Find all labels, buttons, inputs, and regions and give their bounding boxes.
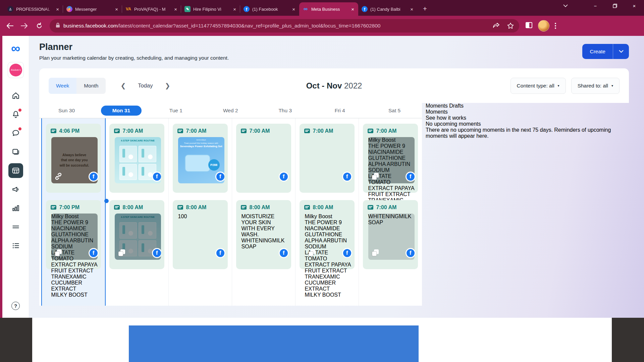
calendar-grid: 4:06 PM Always believe that one day you … [39, 118, 422, 306]
browser-profile-avatar[interactable] [538, 20, 549, 32]
post-thumbnail: f [241, 137, 288, 183]
sidebar-item-ads[interactable] [8, 182, 23, 197]
create-button[interactable]: Create [582, 44, 613, 59]
content-type-filter[interactable]: Content type: all▾ [511, 78, 566, 94]
tab-search-icon[interactable] [559, 0, 572, 11]
business-avatar[interactable]: Xialom's [8, 62, 24, 78]
home-icon [11, 91, 20, 100]
sidebar-item-insights[interactable] [8, 201, 23, 216]
post-card[interactable]: 7:00 AM sevendays Treat yourself this ho… [173, 124, 228, 193]
post-time: 7:00 AM [313, 128, 333, 134]
post-thumbnail: Milky Boost THE POWER 9 NIACINAMIDE GLUT… [368, 137, 415, 183]
post-card[interactable]: 7:00 AM f [300, 124, 355, 193]
url-bar[interactable]: business.facebook.com/latest/content_cal… [50, 19, 519, 33]
share-icon[interactable] [491, 20, 502, 31]
column-fri-4: 7:00 AM f [296, 118, 359, 306]
browser-toolbar: business.facebook.com/latest/content_cal… [0, 16, 644, 36]
empty-title: No upcoming moments [426, 121, 629, 127]
post-card[interactable]: 7:00 AM Milky Boost THE POWER 9 NIACINAM… [363, 124, 418, 193]
sidebar-item-content[interactable] [8, 144, 23, 159]
facebook-badge-icon: f [89, 248, 99, 258]
facebook-badge-icon: f [215, 248, 225, 258]
sidebar-item-inbox[interactable] [8, 126, 23, 140]
browser-menu-icon[interactable] [555, 23, 556, 29]
sidebar-item-help[interactable]: ? [8, 298, 23, 313]
browser-tab-candy[interactable]: f (1) Candy Balbi × [358, 2, 417, 16]
sidebar-item-planner[interactable] [8, 163, 23, 178]
forward-icon[interactable] [20, 21, 29, 30]
tab-close-icon[interactable]: × [114, 6, 119, 12]
browser-tab-messenger[interactable]: ⚡ Messenger × [63, 2, 122, 16]
post-type-icon [177, 204, 183, 210]
prev-week-icon[interactable]: ❮ [117, 82, 129, 89]
moments-empty-state: No upcoming moments There are no upcomin… [426, 121, 629, 139]
tab-close-icon[interactable]: × [291, 6, 296, 12]
browser-tab-strip: ♙ PROFESSIONAL × ⚡ Messenger × VA ProVA(… [0, 0, 644, 16]
tab-close-icon[interactable]: × [232, 6, 237, 12]
prova-icon: VA [125, 6, 131, 12]
browser-tab-hire-filipino[interactable]: ✎ Hire Filipino Vi × [181, 2, 240, 16]
sidebar-item-notifications[interactable] [8, 107, 23, 122]
post-card[interactable]: 8:00 AM 100 f [173, 200, 228, 269]
column-tue-1: 7:00 AM 4-STEP SKINCARE ROUTINE f [105, 118, 169, 306]
month-toggle[interactable]: Month [76, 78, 106, 94]
tab-drafts[interactable]: Drafts [449, 103, 464, 109]
facebook-badge-icon: f [152, 172, 161, 182]
day-header-tue: Tue 1 [149, 108, 203, 114]
post-card[interactable]: 8:00 AM 4-STEP SKINCARE ROUTINE f [109, 200, 164, 269]
chevron-down-icon [619, 50, 624, 53]
day-header-thu: Thu 3 [258, 108, 313, 114]
reload-icon[interactable] [35, 21, 44, 30]
post-time: 8:00 AM [186, 204, 207, 210]
new-tab-button[interactable]: + [420, 4, 430, 14]
sidebar-item-all-tools[interactable] [8, 220, 23, 234]
tab-close-icon[interactable]: × [351, 6, 355, 12]
post-type-icon [240, 204, 247, 210]
minimize-button[interactable]: − [586, 0, 605, 11]
post-card[interactable]: 8:00 AM MOISTURIZE YOUR SKIN WITH EVERY … [236, 200, 291, 269]
post-type-icon [304, 204, 310, 210]
restore-button[interactable] [605, 0, 625, 11]
tab-moments[interactable]: Moments [426, 103, 448, 109]
tab-close-icon[interactable]: × [173, 6, 178, 12]
meta-logo[interactable]: ∞ [11, 43, 20, 53]
browser-tab-professional[interactable]: ♙ PROFESSIONAL × [4, 2, 63, 16]
empty-body: There are no upcoming moments in the nex… [426, 127, 629, 139]
sidebar-item-tasks[interactable] [8, 238, 23, 253]
post-card[interactable]: 4:06 PM Always believe that one day you … [46, 124, 101, 193]
post-time: 8:00 AM [313, 204, 333, 210]
today-button[interactable]: Today [129, 82, 161, 89]
browser-tab-meta-business[interactable]: ∞ Meta Business × [299, 2, 358, 16]
post-card[interactable]: 7:00 AM f [236, 124, 291, 193]
post-type-icon [304, 128, 310, 134]
post-time: 7:00 AM [376, 204, 397, 210]
see-how-it-works-badge[interactable]: See how it works [426, 115, 466, 121]
close-button[interactable]: × [625, 0, 644, 11]
post-thumbnail: Always believe that one day you will be … [51, 137, 98, 183]
create-dropdown-button[interactable] [613, 44, 629, 59]
next-week-icon[interactable]: ❯ [161, 82, 173, 89]
post-type-icon [114, 128, 120, 134]
facebook-badge-icon: f [279, 172, 289, 182]
sidebar-item-home[interactable] [8, 88, 23, 103]
shared-to-filter[interactable]: Shared to: all▾ [571, 78, 620, 94]
back-icon[interactable] [5, 21, 14, 30]
post-type-icon [240, 128, 247, 134]
post-type-icon [50, 128, 57, 134]
post-thumbnail: 4-STEP SKINCARE ROUTINE f [115, 214, 161, 260]
bookmark-star-icon[interactable] [505, 20, 516, 31]
post-card[interactable]: 7:00 PM Milky Boost THE POWER 9 NIACINAM… [46, 200, 101, 269]
tab-close-icon[interactable]: × [55, 6, 60, 12]
week-toggle[interactable]: Week [49, 78, 76, 94]
post-card[interactable]: 8:00 AM Milky Boost THE POWER 9 NIACINAM… [300, 200, 355, 269]
browser-tab-prova[interactable]: VA ProVA(FAQ) - M × [122, 2, 181, 16]
browser-tab-facebook[interactable]: f (1) Facebook × [240, 2, 299, 16]
post-card[interactable]: 7:00 AM 4-STEP SKINCARE ROUTINE f [109, 124, 164, 193]
date-range-title: Oct - Nov 2022 [306, 81, 362, 90]
tab-close-icon[interactable]: × [410, 6, 414, 12]
screen: ♙ PROFESSIONAL × ⚡ Messenger × VA ProVA(… [0, 0, 644, 362]
post-type-icon [367, 204, 374, 210]
side-panel-icon[interactable] [525, 22, 533, 30]
post-card[interactable]: 7:00 AM WHITENINGMILK SOAP f [363, 200, 418, 269]
moments-tabs: Moments Drafts [426, 103, 629, 109]
